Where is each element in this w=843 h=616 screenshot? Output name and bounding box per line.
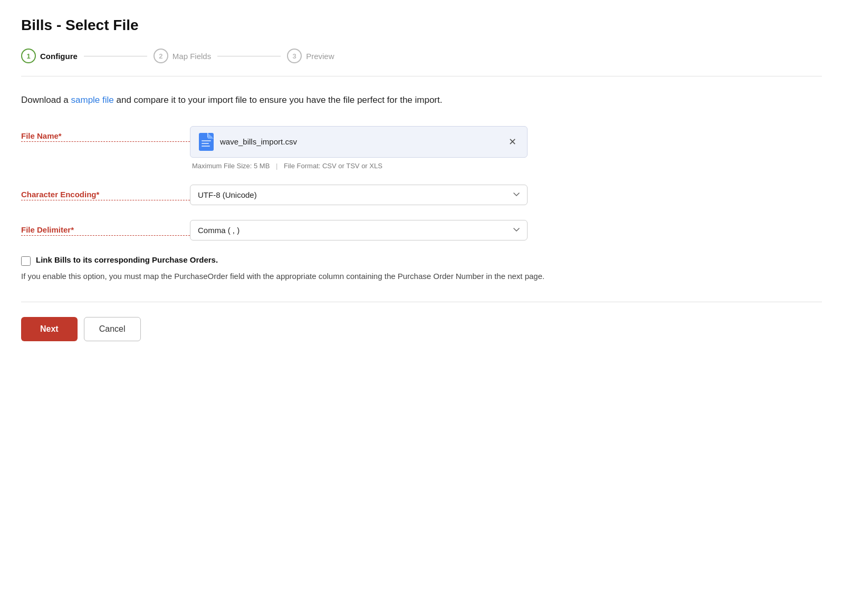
sample-file-link[interactable]: sample file <box>71 95 114 105</box>
cancel-button[interactable]: Cancel <box>84 317 141 341</box>
link-purchase-orders-section: Link Bills to its corresponding Purchase… <box>21 255 822 283</box>
step-2: 2 Map Fields <box>154 49 211 63</box>
svg-rect-1 <box>202 140 211 141</box>
svg-rect-3 <box>202 146 210 147</box>
file-name-label: File Name* <box>21 126 190 142</box>
step-2-label: Map Fields <box>173 52 211 61</box>
file-delimiter-label: File Delimiter* <box>21 220 190 236</box>
file-name-value: wave_bills_import.csv <box>220 137 500 146</box>
file-name-row: File Name* wave_bills_import.csv ✕ Maxim… <box>21 126 822 170</box>
file-delimiter-control: Comma ( , ) <box>190 220 528 240</box>
character-encoding-control: UTF-8 (Unicode) <box>190 185 528 205</box>
step-line-2 <box>217 56 281 56</box>
checkbox-row: Link Bills to its corresponding Purchase… <box>21 255 822 266</box>
step-3-circle: 3 <box>287 49 302 63</box>
link-bills-checkbox[interactable] <box>21 256 31 266</box>
svg-rect-0 <box>199 133 214 151</box>
file-delimiter-select[interactable]: Comma ( , ) <box>190 220 528 240</box>
file-delimiter-row: File Delimiter* Comma ( , ) <box>21 220 822 240</box>
step-3: 3 Preview <box>287 49 334 63</box>
next-button[interactable]: Next <box>21 317 78 341</box>
character-encoding-row: Character Encoding* UTF-8 (Unicode) <box>21 185 822 205</box>
character-encoding-select[interactable]: UTF-8 (Unicode) <box>190 185 528 205</box>
button-row: Next Cancel <box>21 317 822 341</box>
page-title: Bills - Select File <box>21 17 822 34</box>
step-line-1 <box>84 56 147 56</box>
description-text: Download a sample file and compare it to… <box>21 93 822 107</box>
step-1-circle: 1 <box>21 49 36 63</box>
step-1: 1 Configure <box>21 49 78 63</box>
link-bills-label[interactable]: Link Bills to its corresponding Purchase… <box>36 255 218 264</box>
file-document-icon <box>199 133 214 151</box>
bottom-divider <box>21 302 822 302</box>
file-meta: Maximum File Size: 5 MB | File Format: C… <box>190 162 528 170</box>
stepper: 1 Configure 2 Map Fields 3 Preview <box>21 49 822 63</box>
character-encoding-label: Character Encoding* <box>21 185 190 200</box>
file-name-control: wave_bills_import.csv ✕ Maximum File Siz… <box>190 126 528 170</box>
step-2-circle: 2 <box>154 49 168 63</box>
checkbox-description: If you enable this option, you must map … <box>21 270 822 283</box>
file-display: wave_bills_import.csv ✕ <box>190 126 528 158</box>
file-clear-button[interactable]: ✕ <box>506 137 519 147</box>
top-divider <box>21 76 822 76</box>
step-3-label: Preview <box>306 52 334 61</box>
step-1-label: Configure <box>40 52 78 61</box>
svg-rect-2 <box>202 143 209 144</box>
